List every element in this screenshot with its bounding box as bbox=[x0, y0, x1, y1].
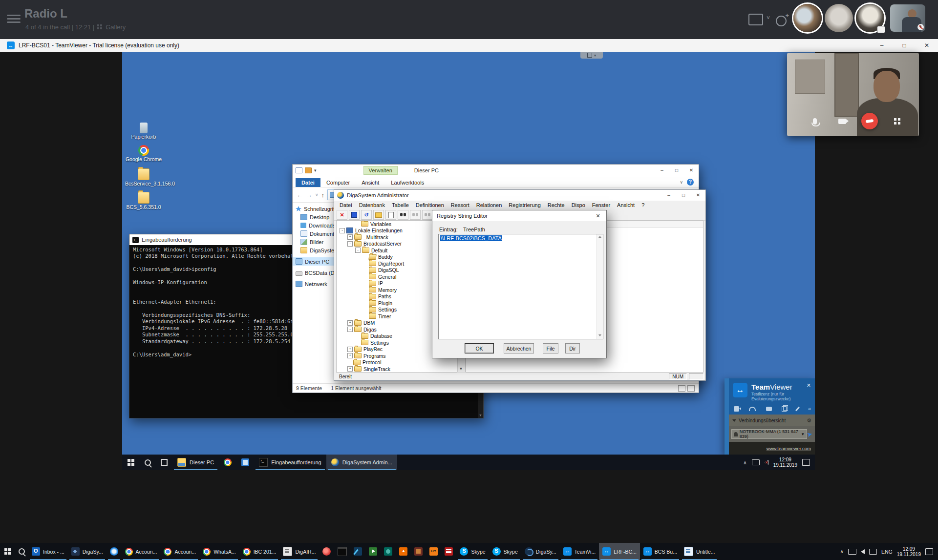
participant-avatar[interactable] bbox=[856, 4, 884, 32]
taskbar-button-oy-app[interactable] bbox=[426, 543, 441, 560]
menu-item-definitionen[interactable]: Definitionen bbox=[412, 202, 448, 208]
taskbar-button-timber-app[interactable] bbox=[441, 543, 456, 560]
menu-item-datei[interactable]: Datei bbox=[336, 202, 356, 208]
taskbar-button-teamviewer[interactable]: LRF-BC... bbox=[599, 543, 640, 560]
menu-item-ressort[interactable]: Ressort bbox=[448, 202, 473, 208]
connection-entry[interactable]: NOTEBOOK-MMA (1 531 647 839) ▼ bbox=[731, 429, 807, 439]
clock[interactable]: 12:0919.11.2019 bbox=[773, 457, 797, 468]
expander-icon[interactable]: + bbox=[347, 347, 353, 352]
collapse-icon[interactable]: « bbox=[808, 406, 811, 412]
sidebar-item-bcsdata-d-[interactable]: BCSData (D:) bbox=[293, 269, 336, 277]
chat-icon[interactable] bbox=[766, 407, 772, 411]
maximize-button[interactable]: □ bbox=[669, 165, 684, 176]
close-button[interactable]: ✕ bbox=[916, 39, 938, 52]
details-view-icon[interactable] bbox=[678, 385, 685, 392]
value-text-area[interactable]: \\LRF-BCS02\BCS_DATA bbox=[438, 234, 603, 339]
taskbar-button-outlook[interactable]: Inbox - ... bbox=[28, 543, 68, 560]
filetransfer-icon[interactable] bbox=[782, 406, 787, 412]
ok-button[interactable]: OK bbox=[465, 343, 494, 353]
taskbar-button-teal-app[interactable] bbox=[381, 543, 396, 560]
tab-ansicht[interactable]: Ansicht bbox=[356, 178, 385, 187]
cancel-button[interactable]: Abbrechen bbox=[504, 343, 534, 353]
save-icon[interactable] bbox=[349, 210, 360, 220]
dialog-titlebar[interactable]: Registry String Editor ✕ bbox=[432, 210, 606, 221]
desktop-icon-folder[interactable]: BcsService_3.1.156.0 bbox=[125, 168, 162, 187]
taskbar-button-teamviewer[interactable]: BCS Bu... bbox=[640, 543, 681, 560]
sidebar-item-desktop[interactable]: Desktop bbox=[293, 213, 336, 221]
find-icon[interactable] bbox=[398, 210, 408, 220]
quick-access-toolbar[interactable]: ▾ bbox=[296, 167, 317, 173]
gear-icon[interactable]: ⚙ bbox=[807, 417, 811, 424]
language-indicator[interactable]: ENG bbox=[881, 549, 893, 555]
hidden-icons-chevron[interactable]: ∧ bbox=[840, 549, 844, 554]
gallery-label[interactable]: Gallery bbox=[106, 23, 126, 31]
close-button[interactable]: ✕ bbox=[684, 165, 699, 176]
desktop-icon-recycle-bin[interactable]: Papierkorb bbox=[125, 123, 162, 140]
desktop-icon-folder[interactable]: BCS_5.6.351.0 bbox=[125, 192, 162, 210]
taskbar-button-diga-blue[interactable]: DigaSy... bbox=[521, 543, 560, 560]
close-icon[interactable]: ✕ bbox=[807, 382, 811, 389]
taskbar-button-chrome[interactable]: IBC 201... bbox=[239, 543, 280, 560]
back-icon[interactable]: ← bbox=[297, 191, 303, 199]
menu-item-rechte[interactable]: Rechte bbox=[544, 202, 568, 208]
menu-icon[interactable] bbox=[7, 13, 21, 22]
speaker-muted-icon[interactable] bbox=[765, 460, 768, 465]
taskbar-button-search[interactable] bbox=[140, 455, 156, 470]
explorer-titlebar[interactable]: ▾ Verwalten Dieser PC – □ ✕ bbox=[293, 165, 699, 176]
whiteboard-icon[interactable] bbox=[795, 406, 799, 411]
tree-node[interactable]: +SingleTrack bbox=[337, 366, 457, 373]
network-icon[interactable] bbox=[869, 549, 877, 555]
session-toolbar-tab[interactable]: ▾ bbox=[580, 52, 603, 59]
menu-item-dispo[interactable]: Dispo bbox=[568, 202, 589, 208]
taskbar-button-doc-blue[interactable]: Untitle... bbox=[681, 543, 719, 560]
hangup-button[interactable] bbox=[861, 113, 878, 129]
sidebar-item-dokumente[interactable]: Dokumente bbox=[293, 229, 336, 238]
menu-item-relationen[interactable]: Relationen bbox=[473, 202, 506, 208]
taskbar-button-black-window[interactable] bbox=[334, 543, 350, 560]
taskbar-button-blue-app[interactable] bbox=[236, 455, 254, 470]
undo-icon[interactable]: ↺ bbox=[361, 210, 372, 220]
sidebar-item-downloads[interactable]: Downloads bbox=[293, 221, 336, 229]
camera-button[interactable] bbox=[834, 113, 851, 129]
up-icon[interactable]: ↑ bbox=[321, 191, 325, 199]
expander-icon[interactable]: - bbox=[347, 327, 353, 332]
taskbar-button-diga-dark[interactable]: DigaSy... bbox=[68, 543, 107, 560]
desktop-icon-chrome[interactable]: Google Chrome bbox=[125, 145, 162, 162]
taskbar-button-cmd[interactable]: Eingabeaufforderung bbox=[254, 455, 326, 470]
close-icon[interactable]: ✕ bbox=[590, 210, 606, 221]
taskbar-button-chrome[interactable]: WhatsA... bbox=[199, 543, 239, 560]
mic-button[interactable] bbox=[807, 113, 823, 129]
screen-share-icon[interactable] bbox=[748, 14, 763, 25]
menu-item-tabelle[interactable]: Tabelle bbox=[388, 202, 412, 208]
taskbar-button-orange-app[interactable] bbox=[396, 543, 411, 560]
thumbnails-view-icon[interactable] bbox=[687, 385, 695, 392]
taskbar-button-green-play[interactable] bbox=[365, 543, 381, 560]
start-button[interactable] bbox=[0, 543, 15, 560]
sidebar-item-digasystem[interactable]: DigaSystem bbox=[293, 246, 336, 254]
digasystem-titlebar[interactable]: DigaSystem Administrator – □ ✕ bbox=[334, 190, 705, 201]
taskbar-button-skype[interactable]: Skype bbox=[456, 543, 489, 560]
action-center-icon[interactable] bbox=[802, 459, 810, 466]
menu-item-fenster[interactable]: Fenster bbox=[589, 202, 614, 208]
self-video-thumbnail[interactable] bbox=[890, 4, 925, 32]
taskbar-button-teamviewer[interactable]: TeamVi... bbox=[560, 543, 599, 560]
menu-item-registrierung[interactable]: Registrierung bbox=[505, 202, 544, 208]
minimize-button[interactable]: – bbox=[661, 190, 676, 201]
participant-avatar[interactable] bbox=[825, 4, 853, 32]
expander-icon[interactable]: - bbox=[355, 248, 361, 253]
teamviewer-link[interactable]: www.teamviewer.com bbox=[767, 446, 811, 451]
taskbar-button-digasystem[interactable]: DigaSystem Admin... bbox=[326, 455, 397, 470]
export-icon[interactable] bbox=[385, 210, 396, 220]
search-button[interactable] bbox=[15, 543, 28, 560]
forward-icon[interactable]: → bbox=[306, 191, 312, 199]
expander-icon[interactable]: + bbox=[347, 320, 353, 326]
network-icon[interactable] bbox=[752, 459, 760, 465]
sidebar-item-bilder[interactable]: Bilder bbox=[293, 238, 336, 246]
sidebar-item-dieser-pc[interactable]: Dieser PC bbox=[293, 257, 336, 266]
hidden-icons-chevron[interactable]: ∧ bbox=[743, 460, 746, 465]
video-icon[interactable] bbox=[734, 406, 739, 412]
sidebar-item-schnellzugriff[interactable]: Schnellzugriff bbox=[293, 205, 336, 213]
taskbar-button-chrome[interactable] bbox=[219, 455, 236, 470]
taskbar-button-explorer[interactable]: Dieser PC bbox=[172, 455, 219, 470]
tab-datei[interactable]: Datei bbox=[296, 178, 320, 187]
